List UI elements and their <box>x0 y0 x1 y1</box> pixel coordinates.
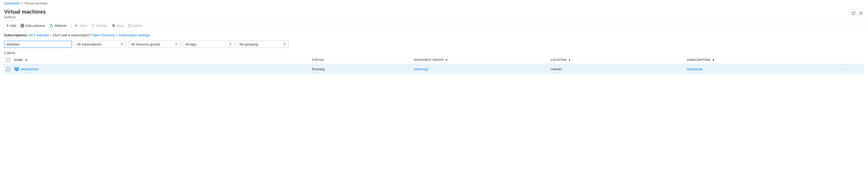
row-status: Running <box>312 67 324 71</box>
svg-rect-15 <box>16 68 18 70</box>
row-more-button[interactable]: ··· <box>840 66 849 72</box>
svg-rect-7 <box>112 24 115 27</box>
tags-dropdown[interactable]: All tags ▼ <box>182 41 235 48</box>
row-name-content: windowsvm <box>14 66 308 72</box>
add-icon: + <box>6 23 9 28</box>
breadcrumb-current: Virtual machines <box>25 2 48 5</box>
svg-rect-3 <box>22 24 23 27</box>
start-label: Start <box>80 24 87 28</box>
col-name-sort-icon: ⇅ <box>25 58 27 61</box>
stop-label: Stop <box>117 24 124 28</box>
subscriptions-dropdown-label: All subscriptions <box>77 42 101 46</box>
subscriptions-label: Subscriptions: <box>4 33 28 37</box>
row-name-cell: windowsvm <box>12 64 310 74</box>
breadcrumb-separator: > <box>21 2 23 5</box>
table-body: windowsvm Running winvmrg1 orlando kirta… <box>4 64 864 74</box>
subscriptions-dropdown[interactable]: All subscriptions ▼ <box>74 41 126 48</box>
toolbar: + Add Edit columns Refresh Start <box>0 20 868 31</box>
col-header-resource-group[interactable]: RESOURCE GROUP ⇅ <box>412 56 549 64</box>
svg-marker-5 <box>52 24 52 25</box>
subscriptions-separator: – <box>50 33 52 37</box>
col-sub-label: SUBSCRIPTION <box>687 58 710 61</box>
page-subtitle: Selfhost <box>4 16 46 19</box>
col-rg-sort-icon: ⇅ <box>445 58 448 61</box>
svg-rect-2 <box>21 24 22 27</box>
grouping-dropdown[interactable]: No grouping ▼ <box>237 41 289 48</box>
vm-table: NAME ⇅ STATUS RESOURCE GROUP ⇅ LOCATION … <box>4 56 864 74</box>
start-icon <box>75 24 78 27</box>
row-location-cell: orlando <box>549 64 685 74</box>
table-container: NAME ⇅ STATUS RESOURCE GROUP ⇅ LOCATION … <box>0 56 868 74</box>
col-status-label: STATUS <box>312 58 323 61</box>
pin-button[interactable] <box>851 10 857 16</box>
resource-groups-dropdown-chevron-icon: ▼ <box>175 43 178 46</box>
col-sub-sort-icon: ⇅ <box>712 58 715 61</box>
col-location-label: LOCATION <box>551 58 566 61</box>
resource-groups-dropdown[interactable]: All resource groups ▼ <box>128 41 180 48</box>
tags-dropdown-label: All tags <box>185 42 196 46</box>
grouping-dropdown-chevron-icon: ▼ <box>283 43 286 46</box>
edit-columns-icon <box>21 24 24 27</box>
vm-icon <box>14 66 19 72</box>
close-button[interactable] <box>858 10 864 16</box>
restart-button[interactable]: Restart <box>89 22 110 29</box>
col-rg-label: RESOURCE GROUP <box>414 58 443 61</box>
row-vm-name-link[interactable]: windowsvm <box>21 67 38 71</box>
svg-rect-8 <box>128 25 131 27</box>
search-input[interactable]: windows <box>4 41 72 48</box>
add-label: Add <box>10 24 16 28</box>
col-header-location[interactable]: LOCATION ⇅ <box>549 56 685 64</box>
row-subscription-cell: kirtanasub <box>685 64 838 74</box>
select-all-header[interactable] <box>4 56 12 64</box>
svg-marker-6 <box>75 24 78 27</box>
page-header: Virtual machines Selfhost <box>0 7 868 20</box>
open-directory-link[interactable]: Open Directory + Subscription settings <box>92 33 150 37</box>
header-actions <box>851 9 864 16</box>
stop-button[interactable]: Stop <box>110 22 126 29</box>
all-selected-link[interactable]: All 5 selected <box>29 33 49 37</box>
dont-see-text: Don't see a subscription? <box>53 33 91 37</box>
row-checkbox-cell[interactable] <box>4 64 12 74</box>
row-resource-group-cell: winvmrg1 <box>412 64 549 74</box>
items-count: 1 items <box>0 49 868 56</box>
svg-rect-17 <box>16 70 17 71</box>
col-header-more <box>838 56 864 64</box>
col-name-label: NAME <box>14 58 23 61</box>
stop-icon <box>112 24 115 27</box>
svg-rect-4 <box>23 24 24 27</box>
refresh-button[interactable]: Refresh <box>48 22 69 29</box>
add-button[interactable]: + Add <box>4 22 18 29</box>
svg-rect-16 <box>16 71 18 71</box>
col-header-subscription[interactable]: SUBSCRIPTION ⇅ <box>685 56 838 64</box>
table-row: windowsvm Running winvmrg1 orlando kirta… <box>4 64 864 74</box>
breadcrumb: Dashboard > Virtual machines <box>0 0 868 7</box>
select-all-checkbox[interactable] <box>6 58 10 61</box>
delete-button[interactable]: Delete <box>126 22 145 29</box>
table-header: NAME ⇅ STATUS RESOURCE GROUP ⇅ LOCATION … <box>4 56 864 64</box>
row-subscription-link[interactable]: kirtanasub <box>687 67 703 71</box>
refresh-label: Refresh <box>55 24 67 28</box>
refresh-icon <box>50 24 54 27</box>
delete-icon <box>128 24 131 27</box>
restart-label: Restart <box>96 24 107 28</box>
row-location: orlando <box>551 67 562 71</box>
filter-row: windows All subscriptions ▼ All resource… <box>0 39 868 49</box>
delete-label: Delete <box>133 24 143 28</box>
row-checkbox[interactable] <box>6 67 10 71</box>
page-title: Virtual machines <box>4 9 46 15</box>
restart-icon <box>91 24 95 27</box>
col-header-status[interactable]: STATUS <box>310 56 412 64</box>
col-location-sort-icon: ⇅ <box>568 58 571 61</box>
row-more-cell[interactable]: ··· <box>838 64 864 74</box>
grouping-dropdown-label: No grouping <box>240 42 258 46</box>
row-resource-group-link[interactable]: winvmrg1 <box>414 67 429 71</box>
breadcrumb-dashboard-link[interactable]: Dashboard <box>4 2 20 5</box>
page-title-block: Virtual machines Selfhost <box>4 9 46 19</box>
tags-dropdown-chevron-icon: ▼ <box>229 43 232 46</box>
edit-columns-button[interactable]: Edit columns <box>19 22 47 29</box>
row-status-cell: Running <box>310 64 412 74</box>
edit-columns-label: Edit columns <box>26 24 45 28</box>
start-button[interactable]: Start <box>73 22 89 29</box>
resource-groups-dropdown-label: All resource groups <box>131 42 160 46</box>
col-header-name[interactable]: NAME ⇅ <box>12 56 310 64</box>
